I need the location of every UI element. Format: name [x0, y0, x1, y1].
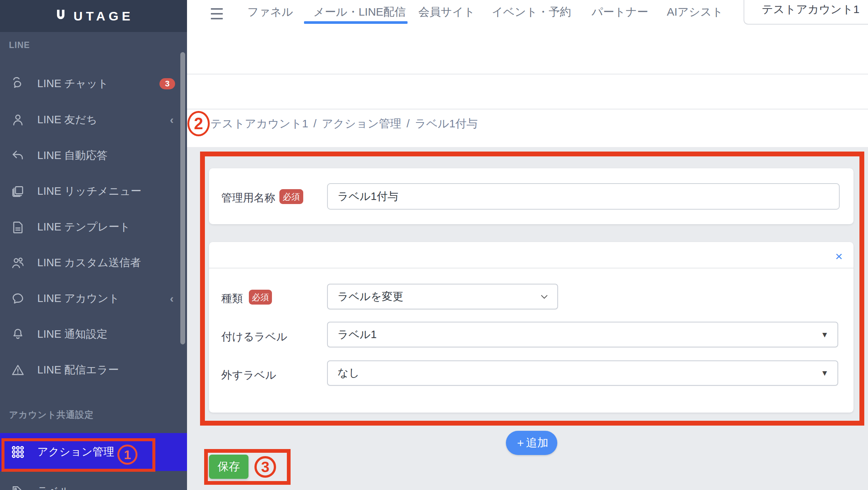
- tab-mail-line[interactable]: メール・LINE配信: [313, 4, 406, 19]
- grid-dots-icon: [10, 445, 25, 459]
- remove-label-select-value: なし: [338, 366, 359, 381]
- sidebar: UTAGE LINE LINE チャット 3 LINE 友だち ‹: [0, 0, 187, 490]
- sidebar-item-label: LINE リッチメニュー: [37, 184, 142, 199]
- save-button[interactable]: 保存: [209, 455, 248, 479]
- breadcrumb: テストアカウント1 / アクション管理 / ラベル1付与: [210, 116, 478, 131]
- sidebar-item-label: LINE 通知設定: [37, 327, 108, 342]
- sidebar-item-label: アクション管理: [37, 445, 114, 459]
- sidebar-item-label: LINE 友だち: [37, 112, 97, 127]
- users-icon: [10, 255, 25, 270]
- sidebar-item-label: LINE テンプレート: [37, 220, 130, 235]
- sidebar-item-action-management[interactable]: アクション管理: [0, 433, 187, 471]
- breadcrumb-item-account[interactable]: テストアカウント1: [210, 116, 308, 131]
- name-field-label: 管理用名称: [221, 191, 275, 206]
- sidebar-item-line-account[interactable]: LINE アカウント ‹: [0, 281, 187, 316]
- name-input-value: ラベル1付与: [338, 189, 398, 204]
- breadcrumb-item-action-management[interactable]: アクション管理: [322, 116, 402, 131]
- reply-icon: [10, 148, 25, 163]
- remove-label-field-label: 外すラベル: [221, 368, 276, 383]
- bell-icon: [10, 327, 25, 342]
- sidebar-item-line-richmenu[interactable]: LINE リッチメニュー: [0, 174, 187, 209]
- sidebar-item-line-template[interactable]: LINE テンプレート: [0, 209, 187, 245]
- sidebar-item-line-friends[interactable]: LINE 友だち ‹: [0, 102, 187, 138]
- utage-logo-icon: [53, 9, 68, 23]
- tag-icon: [10, 484, 25, 490]
- sidebar-item-line-deliveryerror[interactable]: LINE 配信エラー: [0, 352, 187, 388]
- caret-down-icon: ▼: [821, 330, 829, 339]
- required-badge: 必須: [279, 189, 303, 204]
- remove-label-select[interactable]: なし ▼: [327, 360, 838, 386]
- app-logo[interactable]: UTAGE: [0, 0, 187, 32]
- action-block-divider: [209, 268, 853, 268]
- caret-down-icon: ▼: [821, 369, 829, 378]
- sidebar-item-line-chat[interactable]: LINE チャット 3: [0, 66, 187, 102]
- add-label-field-label: 付けるラベル: [221, 330, 287, 344]
- chevron-left-icon: ‹: [170, 114, 174, 126]
- breadcrumb-separator: /: [406, 117, 409, 130]
- hamburger-menu-icon[interactable]: [211, 7, 223, 19]
- required-badge: 必須: [249, 290, 272, 305]
- sidebar-item-line-notification[interactable]: LINE 通知設定: [0, 316, 187, 352]
- add-label-select[interactable]: ラベル1 ▼: [327, 322, 838, 347]
- type-field-label: 種類: [221, 291, 243, 306]
- sidebar-item-label: ラベル: [37, 484, 70, 490]
- layers-icon: [10, 184, 25, 199]
- header-divider-1: [187, 74, 868, 74]
- sidebar-item-label: LINE 配信エラー: [37, 363, 119, 378]
- sidebar-item-label: LINE チャット: [37, 76, 108, 91]
- chevron-left-icon: ‹: [170, 485, 174, 490]
- close-icon[interactable]: ×: [831, 249, 846, 264]
- active-tab-underline: [304, 21, 408, 24]
- sidebar-section-account-common: アカウント共通設定: [9, 409, 94, 421]
- chevron-down-icon: [540, 294, 548, 299]
- chat-icon: [10, 76, 25, 91]
- tab-funnel[interactable]: ファネル: [247, 4, 293, 19]
- breadcrumb-separator: /: [313, 117, 316, 130]
- bubble-icon: [10, 291, 25, 306]
- sidebar-item-line-customsender[interactable]: LINE カスタム送信者: [0, 245, 187, 281]
- tab-ai-assist[interactable]: AIアシスト: [667, 4, 723, 19]
- breadcrumb-item-current: ラベル1付与: [415, 116, 478, 131]
- sidebar-item-label: LINE アカウント: [37, 291, 120, 306]
- sidebar-item-label: LINE 自動応答: [37, 148, 108, 163]
- sidebar-item-label: LINE カスタム送信者: [37, 255, 141, 270]
- name-input[interactable]: ラベル1付与: [327, 183, 840, 210]
- warning-icon: [10, 363, 25, 378]
- type-select-value: ラベルを変更: [338, 289, 403, 304]
- tab-partner[interactable]: パートナー: [592, 4, 648, 19]
- sidebar-item-line-autoreply[interactable]: LINE 自動応答: [0, 138, 187, 174]
- sidebar-item-label-menu[interactable]: ラベル ‹: [0, 474, 187, 490]
- account-selector-button[interactable]: テストアカウント1: [744, 0, 868, 25]
- header-divider-2: [187, 109, 868, 109]
- add-label-select-value: ラベル1: [338, 327, 377, 342]
- document-icon: [10, 220, 25, 235]
- sidebar-section-line: LINE: [9, 40, 30, 50]
- sidebar-scrollbar[interactable]: [180, 52, 185, 344]
- type-select[interactable]: ラベルを変更: [327, 284, 558, 309]
- tab-event-booking[interactable]: イベント・予約: [492, 4, 571, 19]
- tab-member-site[interactable]: 会員サイト: [418, 4, 475, 19]
- chat-count-badge: 3: [159, 78, 175, 89]
- add-action-button[interactable]: ＋追加: [506, 431, 557, 455]
- person-icon: [10, 112, 25, 127]
- chevron-left-icon: ‹: [170, 292, 174, 305]
- app-window: UTAGE LINE LINE チャット 3 LINE 友だち ‹: [0, 0, 868, 490]
- app-logo-text: UTAGE: [73, 9, 133, 23]
